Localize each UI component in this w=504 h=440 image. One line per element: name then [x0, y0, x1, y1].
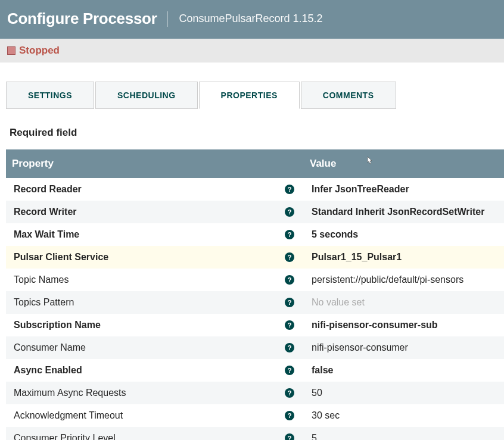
- property-name-text: Topics Pattern: [14, 297, 74, 308]
- property-name-cell[interactable]: Topics Pattern?: [6, 291, 304, 314]
- tab-settings[interactable]: SETTINGS: [6, 82, 94, 109]
- property-value-cell[interactable]: persistent://public/default/pi-sensors: [304, 269, 504, 291]
- property-name-text: Subscription Name: [14, 320, 101, 330]
- property-name-cell[interactable]: Subscription Name?: [6, 314, 304, 336]
- property-value-cell[interactable]: No value set: [304, 291, 504, 314]
- property-name-text: Consumer Priority Level: [14, 433, 116, 440]
- property-row[interactable]: Record Reader?Infer JsonTreeReader: [6, 178, 504, 201]
- property-value-cell[interactable]: nifi-pisensor-consumer: [304, 336, 504, 359]
- help-icon[interactable]: ?: [285, 185, 294, 194]
- tab-properties[interactable]: PROPERTIES: [199, 82, 300, 109]
- required-field-label: Required field: [10, 127, 504, 139]
- help-icon[interactable]: ?: [285, 411, 294, 420]
- property-name-text: Acknowledgment Timeout: [14, 410, 123, 421]
- tab-scheduling[interactable]: SCHEDULING: [95, 82, 198, 109]
- tab-comments[interactable]: COMMENTS: [301, 82, 396, 109]
- property-row[interactable]: Subscription Name?nifi-pisensor-consumer…: [6, 314, 504, 336]
- property-value-cell[interactable]: false: [304, 359, 504, 382]
- property-row[interactable]: Consumer Priority Level?5: [6, 427, 504, 440]
- property-row[interactable]: Consumer Name?nifi-pisensor-consumer: [6, 336, 504, 359]
- property-value-cell[interactable]: 5 seconds: [304, 223, 504, 246]
- property-row[interactable]: Record Writer?Standard Inherit JsonRecor…: [6, 201, 504, 223]
- property-row[interactable]: Topics Pattern?No value set: [6, 291, 504, 314]
- tab-bar: SETTINGS SCHEDULING PROPERTIES COMMENTS: [6, 82, 504, 109]
- property-name-text: Max Wait Time: [14, 229, 79, 240]
- property-name-cell[interactable]: Topic Names?: [6, 269, 304, 291]
- help-icon[interactable]: ?: [285, 298, 294, 307]
- property-name-cell[interactable]: Acknowledgment Timeout?: [6, 404, 304, 427]
- property-name-text: Record Writer: [14, 207, 77, 217]
- dialog-title: Configure Processor: [7, 10, 157, 28]
- table-header-row: Property Value: [6, 149, 504, 178]
- column-header-property[interactable]: Property: [6, 149, 304, 178]
- help-icon[interactable]: ?: [285, 366, 294, 375]
- property-row[interactable]: Pulsar Client Service?Pulsar1_15_Pulsar1: [6, 246, 504, 269]
- help-icon[interactable]: ?: [285, 207, 294, 217]
- help-icon[interactable]: ?: [285, 230, 294, 239]
- property-value-cell[interactable]: nifi-pisensor-consumer-sub: [304, 314, 504, 336]
- property-name-cell[interactable]: Record Writer?: [6, 201, 304, 223]
- status-bar: Stopped: [0, 39, 504, 63]
- properties-table: Property Value Record Reader?Infer JsonT…: [6, 149, 504, 440]
- property-name-cell[interactable]: Max Wait Time?: [6, 223, 304, 246]
- stopped-icon: [7, 46, 15, 55]
- property-name-text: Topic Names: [14, 274, 69, 285]
- property-name-cell[interactable]: Pulsar Client Service?: [6, 246, 304, 269]
- property-name-text: Consumer Name: [14, 342, 86, 353]
- property-row[interactable]: Max Wait Time?5 seconds: [6, 223, 504, 246]
- header-divider: [167, 11, 168, 27]
- property-value-cell[interactable]: 30 sec: [304, 404, 504, 427]
- property-name-text: Pulsar Client Service: [14, 252, 108, 263]
- property-row[interactable]: Maximum Async Requests?50: [6, 382, 504, 404]
- property-name-cell[interactable]: Consumer Name?: [6, 336, 304, 359]
- help-icon[interactable]: ?: [285, 433, 294, 440]
- property-name-cell[interactable]: Async Enabled?: [6, 359, 304, 382]
- help-icon[interactable]: ?: [285, 275, 294, 285]
- help-icon[interactable]: ?: [285, 252, 294, 262]
- column-header-value[interactable]: Value: [304, 149, 504, 178]
- processor-name-version: ConsumePulsarRecord 1.15.2: [179, 13, 322, 25]
- property-value-cell[interactable]: Infer JsonTreeReader: [304, 178, 504, 201]
- pointer-cursor-icon: [365, 155, 374, 168]
- help-icon[interactable]: ?: [285, 320, 294, 330]
- property-value-cell[interactable]: Pulsar1_15_Pulsar1: [304, 246, 504, 269]
- property-name-cell[interactable]: Maximum Async Requests?: [6, 382, 304, 404]
- help-icon[interactable]: ?: [285, 343, 294, 352]
- property-name-cell[interactable]: Consumer Priority Level?: [6, 427, 304, 440]
- help-icon[interactable]: ?: [285, 388, 294, 398]
- property-name-text: Maximum Async Requests: [14, 388, 126, 398]
- property-name-cell[interactable]: Record Reader?: [6, 178, 304, 201]
- dialog-header: Configure Processor ConsumePulsarRecord …: [0, 0, 504, 39]
- property-row[interactable]: Async Enabled?false: [6, 359, 504, 382]
- property-name-text: Record Reader: [14, 184, 82, 195]
- column-header-value-text: Value: [310, 158, 336, 169]
- property-value-cell[interactable]: 5: [304, 427, 504, 440]
- property-value-cell[interactable]: Standard Inherit JsonRecordSetWriter: [304, 201, 504, 223]
- status-label: Stopped: [19, 45, 60, 57]
- property-value-cell[interactable]: 50: [304, 382, 504, 404]
- property-row[interactable]: Topic Names?persistent://public/default/…: [6, 269, 504, 291]
- property-name-text: Async Enabled: [14, 365, 82, 376]
- property-row[interactable]: Acknowledgment Timeout?30 sec: [6, 404, 504, 427]
